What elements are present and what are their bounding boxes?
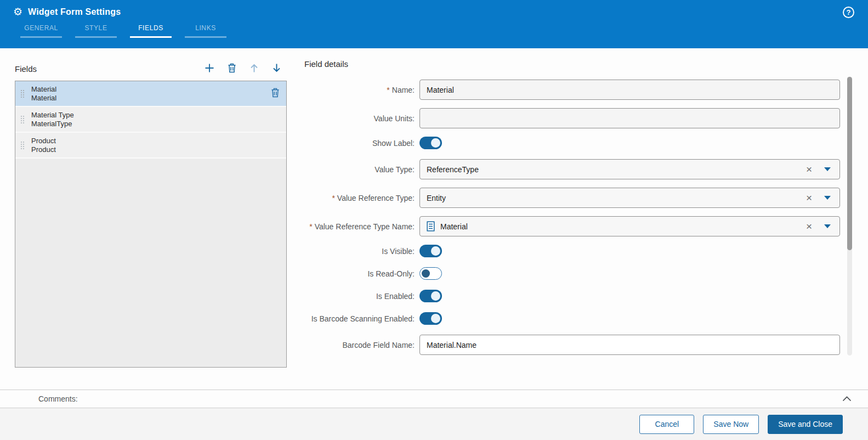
field-item-name: MaterialType bbox=[31, 120, 74, 128]
tab-bar: GENERAL STYLE FIELDS LINKS bbox=[0, 24, 868, 38]
field-item-text: Material Type MaterialType bbox=[31, 111, 74, 128]
name-label: *Name: bbox=[304, 86, 419, 94]
chevron-down-icon[interactable] bbox=[824, 167, 831, 171]
is-enabled-toggle[interactable] bbox=[419, 290, 442, 302]
value-reference-type-name-value: Material bbox=[440, 222, 468, 231]
comments-bar[interactable]: Comments: bbox=[0, 390, 868, 408]
tab-links-underline bbox=[185, 36, 226, 38]
trash-icon bbox=[271, 88, 280, 99]
is-barcode-scanning-enabled-row: Is Barcode Scanning Enabled: bbox=[304, 312, 840, 325]
trash-icon bbox=[228, 63, 236, 75]
tab-style[interactable]: STYLE bbox=[69, 24, 123, 38]
field-list-item-material[interactable]: Material Material bbox=[15, 81, 286, 107]
field-details-section: Field details *Name: Value Units: Show L… bbox=[304, 59, 840, 363]
required-asterisk: * bbox=[309, 222, 312, 231]
value-type-select[interactable]: ReferenceType × bbox=[419, 159, 840, 179]
tab-links[interactable]: LINKS bbox=[178, 24, 233, 38]
tab-fields[interactable]: FIELDS bbox=[123, 24, 178, 38]
toggle-knob bbox=[431, 246, 440, 256]
select-controls: × bbox=[806, 221, 831, 232]
required-asterisk: * bbox=[332, 194, 334, 202]
value-reference-type-select[interactable]: Entity × bbox=[419, 188, 840, 208]
clear-icon[interactable]: × bbox=[806, 164, 812, 174]
main-content: Fields bbox=[0, 48, 868, 390]
tab-fields-label: FIELDS bbox=[123, 24, 178, 32]
dialog-header: ⚙ Widget Form Settings ? GENERAL STYLE F… bbox=[0, 0, 868, 48]
move-down-button[interactable] bbox=[271, 62, 282, 76]
is-read-only-label: Is Read-Only: bbox=[304, 269, 419, 278]
help-icon: ? bbox=[847, 9, 851, 16]
footer: Cancel Save Now Save and Close bbox=[0, 408, 868, 440]
field-item-label: Product bbox=[31, 137, 56, 145]
name-row: *Name: bbox=[304, 80, 840, 100]
is-barcode-scanning-enabled-label: Is Barcode Scanning Enabled: bbox=[304, 314, 419, 323]
add-field-button[interactable] bbox=[203, 62, 215, 76]
clear-icon[interactable]: × bbox=[806, 193, 812, 203]
chevron-up-icon bbox=[842, 395, 852, 403]
plus-icon bbox=[205, 63, 214, 75]
save-now-button[interactable]: Save Now bbox=[703, 415, 759, 434]
is-enabled-row: Is Enabled: bbox=[304, 290, 840, 302]
barcode-field-name-row: Barcode Field Name: bbox=[304, 335, 840, 355]
drag-handle-icon[interactable] bbox=[20, 89, 25, 99]
is-barcode-scanning-enabled-toggle[interactable] bbox=[419, 312, 442, 325]
show-label-toggle[interactable] bbox=[419, 137, 442, 149]
show-label-label: Show Label: bbox=[304, 139, 419, 148]
field-details-title: Field details bbox=[304, 59, 840, 69]
save-and-close-button[interactable]: Save and Close bbox=[768, 415, 843, 434]
value-reference-type-label: *Value Reference Type: bbox=[304, 194, 419, 202]
tab-general-underline bbox=[20, 36, 62, 38]
value-type-value: ReferenceType bbox=[427, 165, 479, 174]
delete-field-button[interactable] bbox=[226, 62, 237, 76]
value-reference-type-name-row: *Value Reference Type Name: Material × bbox=[304, 216, 840, 236]
field-list-item-material-type[interactable]: Material Type MaterialType bbox=[15, 107, 286, 133]
is-visible-row: Is Visible: bbox=[304, 245, 840, 257]
is-read-only-toggle[interactable] bbox=[419, 267, 442, 280]
tab-general-label: GENERAL bbox=[14, 24, 69, 32]
toggle-knob bbox=[431, 138, 440, 148]
widget-form-settings-dialog: ⚙ Widget Form Settings ? GENERAL STYLE F… bbox=[0, 0, 868, 440]
scrollbar-thumb[interactable] bbox=[847, 77, 852, 250]
barcode-field-name-label: Barcode Field Name: bbox=[304, 341, 419, 349]
chevron-down-icon[interactable] bbox=[824, 196, 831, 200]
move-up-button[interactable] bbox=[248, 62, 260, 76]
scrollbar[interactable] bbox=[847, 77, 852, 356]
help-button[interactable]: ? bbox=[843, 7, 854, 18]
required-asterisk: * bbox=[387, 86, 389, 94]
page-title: Widget Form Settings bbox=[28, 7, 121, 17]
value-type-row: Value Type: ReferenceType × bbox=[304, 159, 840, 179]
barcode-field-name-input[interactable] bbox=[419, 335, 840, 355]
collapse-comments-button[interactable] bbox=[842, 395, 852, 403]
clear-icon[interactable]: × bbox=[806, 221, 812, 232]
cancel-button[interactable]: Cancel bbox=[639, 415, 694, 434]
arrow-down-icon bbox=[272, 63, 281, 75]
delete-item-button[interactable] bbox=[271, 88, 280, 99]
field-item-name: Product bbox=[31, 145, 56, 154]
toggle-knob bbox=[431, 314, 440, 323]
is-visible-label: Is Visible: bbox=[304, 247, 419, 256]
value-units-label: Value Units: bbox=[304, 114, 419, 123]
field-item-text: Product Product bbox=[31, 137, 56, 154]
field-item-label: Material bbox=[31, 85, 56, 94]
value-reference-type-row: *Value Reference Type: Entity × bbox=[304, 188, 840, 208]
is-read-only-row: Is Read-Only: bbox=[304, 267, 840, 280]
value-reference-type-name-label: *Value Reference Type Name: bbox=[304, 222, 419, 231]
value-type-label: Value Type: bbox=[304, 165, 419, 174]
drag-handle-icon[interactable] bbox=[20, 140, 25, 150]
value-reference-type-value: Entity bbox=[427, 194, 446, 202]
field-list-item-product[interactable]: Product Product bbox=[15, 133, 286, 159]
fields-section: Fields bbox=[15, 59, 287, 368]
fields-list: Material Material Material Type bbox=[15, 81, 287, 368]
chevron-down-icon[interactable] bbox=[824, 224, 831, 228]
fields-panel-title: Fields bbox=[15, 64, 37, 74]
entity-icon bbox=[427, 221, 435, 232]
value-units-input[interactable] bbox=[419, 108, 840, 128]
name-input[interactable] bbox=[419, 80, 840, 100]
is-visible-toggle[interactable] bbox=[419, 245, 442, 257]
tab-style-label: STYLE bbox=[69, 24, 123, 32]
tab-general[interactable]: GENERAL bbox=[14, 24, 69, 38]
value-reference-type-name-select[interactable]: Material × bbox=[419, 216, 840, 236]
comments-label: Comments: bbox=[38, 394, 78, 403]
field-item-label: Material Type bbox=[31, 111, 74, 120]
drag-handle-icon[interactable] bbox=[20, 115, 25, 125]
